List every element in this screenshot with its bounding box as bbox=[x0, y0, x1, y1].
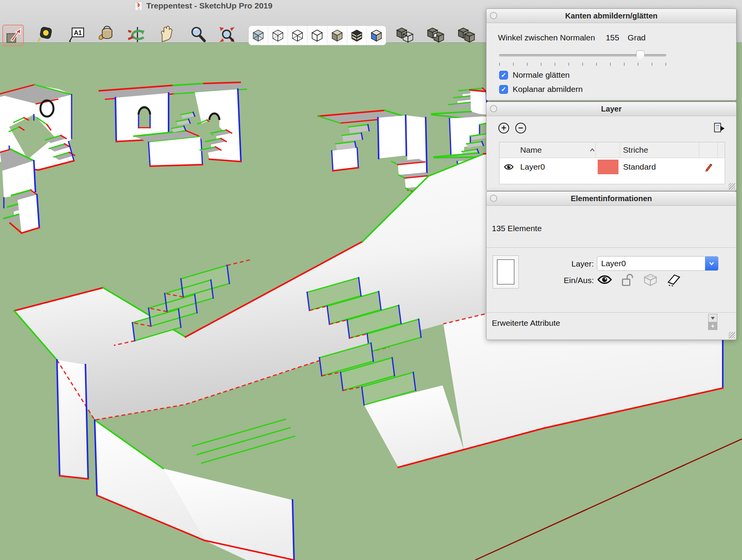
layer-detail-menu-icon[interactable] bbox=[713, 122, 726, 135]
select-tool-icon[interactable] bbox=[2, 25, 24, 46]
entity-info-resize-grip[interactable] bbox=[729, 332, 735, 338]
angle-label: Winkel zwischen Normalen bbox=[498, 32, 595, 43]
wireframe-style-icon[interactable] bbox=[288, 26, 307, 45]
angle-slider[interactable] bbox=[499, 50, 666, 60]
plus-icon[interactable]: + bbox=[709, 322, 717, 330]
layer-panel: Layer + − Name Striche bbox=[486, 102, 737, 191]
model-stair-block-3[interactable] bbox=[0, 149, 39, 233]
smooth-normals-row: Normale glätten bbox=[499, 70, 570, 80]
angle-value: 155 bbox=[606, 32, 619, 43]
layer-dropdown[interactable]: Layer0 bbox=[597, 256, 719, 271]
edit-pencil-icon[interactable] bbox=[704, 162, 714, 172]
striche-column-header[interactable]: Striche bbox=[623, 145, 648, 155]
pan-tool-icon[interactable] bbox=[157, 25, 177, 45]
layer-color-swatch[interactable] bbox=[598, 160, 618, 174]
entity-info-panel: Elementinformationen 135 Elemente Layer:… bbox=[486, 191, 737, 340]
triangle-down-icon bbox=[710, 316, 715, 320]
soften-edges-panel: Kanten abmildern/glätten Winkel zwischen… bbox=[486, 8, 737, 101]
divider bbox=[486, 312, 736, 313]
entity-info-titlebar[interactable]: Elementinformationen bbox=[486, 192, 736, 206]
toggles-label: Ein/Aus: bbox=[521, 276, 594, 285]
layer-table-header[interactable]: Name Striche bbox=[500, 142, 725, 158]
hidden-line-style-icon[interactable] bbox=[307, 26, 327, 45]
union-tool-icon[interactable] bbox=[456, 25, 476, 45]
divider bbox=[486, 247, 736, 248]
remove-layer-button[interactable]: − bbox=[515, 123, 526, 133]
model-stair-block-2[interactable] bbox=[99, 82, 246, 166]
window-title: Treppentest - SketchUp Pro 2019 bbox=[146, 0, 272, 12]
eraser-icon[interactable] bbox=[666, 273, 682, 287]
layer-field-label: Layer: bbox=[521, 259, 594, 268]
advanced-attributes-expander[interactable]: + bbox=[708, 314, 717, 330]
advanced-attributes-label: Erweiterte Attribute bbox=[492, 318, 560, 328]
collapse-circle-icon[interactable] bbox=[490, 12, 497, 19]
zoom-extents-tool-icon[interactable] bbox=[217, 25, 237, 45]
visible-eye-icon[interactable] bbox=[597, 274, 612, 285]
xray-style-icon[interactable] bbox=[249, 26, 268, 45]
layer-panel-resize-grip[interactable] bbox=[729, 183, 735, 190]
name-column-header[interactable]: Name bbox=[520, 145, 542, 155]
entity-info-title: Elementinformationen bbox=[571, 194, 652, 203]
chevron-down-icon bbox=[708, 261, 715, 266]
layer-row-layer0[interactable]: Layer0 Standard bbox=[500, 158, 725, 176]
layer-table: Name Striche Layer0 bbox=[499, 142, 725, 184]
layer-name[interactable]: Layer0 bbox=[520, 162, 545, 172]
smooth-normals-checkbox[interactable] bbox=[499, 71, 508, 80]
layer-dash-style[interactable]: Standard bbox=[623, 162, 656, 172]
angle-slider-handle[interactable] bbox=[636, 50, 645, 61]
layer-panel-titlebar[interactable]: Layer bbox=[486, 102, 736, 116]
svg-text:A1: A1 bbox=[74, 29, 82, 36]
add-layer-button[interactable]: + bbox=[498, 123, 509, 133]
face-style-toolbar bbox=[248, 25, 386, 45]
layer-visible-eye-icon[interactable] bbox=[504, 163, 514, 170]
shaded-with-textures-style-icon[interactable] bbox=[347, 26, 367, 45]
red-axis-line bbox=[475, 439, 742, 560]
layer-dropdown-value[interactable]: Layer0 bbox=[597, 257, 705, 270]
slider-tick-marks bbox=[499, 63, 666, 66]
soften-coplanar-checkbox[interactable] bbox=[499, 85, 508, 94]
dropdown-chevron-button[interactable] bbox=[705, 257, 718, 270]
tape-measure-tool-icon[interactable] bbox=[35, 25, 55, 45]
soften-coplanar-label: Koplanar abmildern bbox=[513, 85, 583, 94]
svg-text:.skp: .skp bbox=[137, 8, 140, 10]
paint-bucket-tool-icon[interactable] bbox=[96, 25, 116, 45]
orbit-tool-icon[interactable] bbox=[127, 25, 147, 45]
smooth-normals-label: Normale glätten bbox=[513, 70, 570, 80]
selection-thumbnail bbox=[493, 255, 519, 288]
sort-ascending-icon bbox=[589, 148, 595, 152]
component-cube-icon[interactable] bbox=[643, 273, 658, 287]
collapse-circle-icon[interactable] bbox=[490, 105, 497, 112]
angle-unit: Grad bbox=[628, 32, 646, 43]
unlocked-padlock-icon[interactable] bbox=[621, 272, 635, 287]
soften-edges-titlebar[interactable]: Kanten abmildern/glätten bbox=[486, 9, 736, 23]
soften-coplanar-row: Koplanar abmildern bbox=[499, 85, 583, 94]
monochrome-style-icon[interactable] bbox=[367, 26, 386, 45]
soften-edges-title: Kanten abmildern/glätten bbox=[565, 12, 657, 20]
selection-summary: 135 Elemente bbox=[492, 224, 542, 233]
sketchup-document-icon: .skp bbox=[134, 1, 142, 11]
toggle-icons-row bbox=[597, 272, 682, 288]
back-edges-style-icon[interactable] bbox=[268, 26, 288, 45]
zoom-tool-icon[interactable] bbox=[188, 25, 208, 45]
outer-shell-tool-icon[interactable] bbox=[395, 25, 415, 45]
collapse-circle-icon[interactable] bbox=[490, 195, 497, 202]
angle-row: Winkel zwischen Normalen 155 Grad bbox=[498, 32, 646, 43]
layer-panel-title: Layer bbox=[601, 105, 622, 113]
intersect-tool-icon[interactable] bbox=[426, 25, 446, 45]
text-tool-icon[interactable]: A1 bbox=[67, 25, 87, 45]
shaded-style-icon[interactable] bbox=[328, 26, 347, 45]
